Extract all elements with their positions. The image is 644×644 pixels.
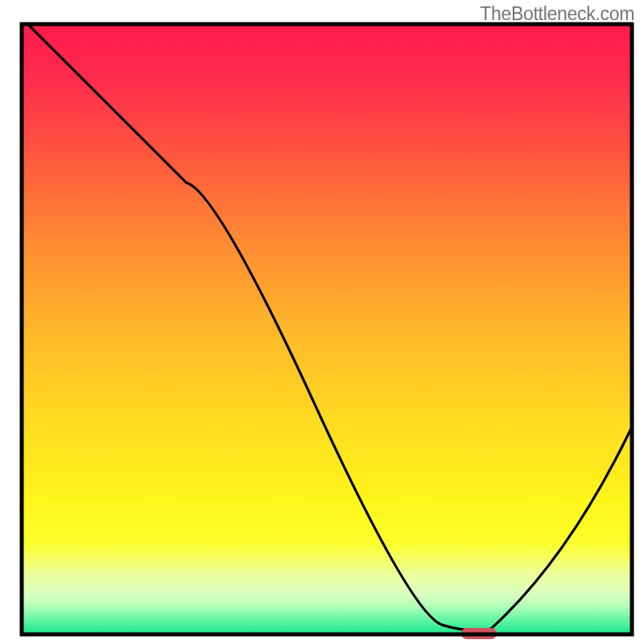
watermark-text: TheBottleneck.com [480,3,634,25]
bottleneck-chart [0,0,644,644]
chart-container: { "watermark": "TheBottleneck.com", "plo… [0,0,644,644]
gradient-background [22,24,632,634]
